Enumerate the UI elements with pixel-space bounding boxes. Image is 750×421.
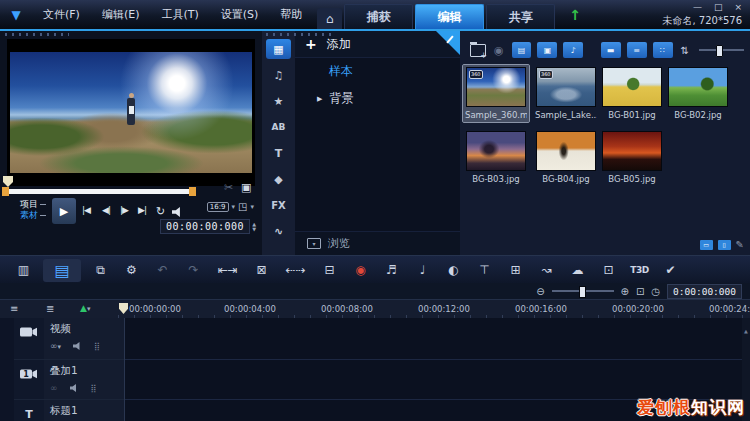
aspect-ratio-badge[interactable]: 16:9 xyxy=(207,202,229,212)
menu-file[interactable]: 文件(F) xyxy=(32,5,91,24)
overlay-track-icon[interactable]: 1 xyxy=(14,360,44,400)
split-screen-button[interactable]: ⊞ xyxy=(500,263,531,277)
track-grid-icon[interactable]: ⣿ xyxy=(94,342,100,351)
record-disc-icon[interactable]: ◉ xyxy=(494,44,504,57)
link-icon[interactable]: ∞▾ xyxy=(50,341,61,351)
library-item[interactable]: BG-B01.jpg xyxy=(601,67,663,120)
close-button[interactable]: × xyxy=(734,2,742,12)
undo-button[interactable]: ↶ xyxy=(147,263,178,277)
pane-view-button[interactable]: ▬ xyxy=(601,42,621,58)
thumbnail-view-button[interactable]: ∷ xyxy=(653,42,673,58)
overlay-track-lane[interactable] xyxy=(125,360,742,400)
track-motion-button[interactable]: ⊡ xyxy=(593,263,624,277)
timecode-spinner[interactable]: ▲▼ xyxy=(252,222,256,232)
redo-button[interactable]: ↷ xyxy=(178,263,209,277)
nav-filter-icon[interactable]: FX xyxy=(266,195,291,215)
timeline-ruler[interactable]: 00:00:00:00 00:00:04:00 00:00:08:00 00:0… xyxy=(118,300,750,319)
go-end-button[interactable]: ▶| xyxy=(138,205,146,215)
minimize-button[interactable]: — xyxy=(693,2,702,12)
sound-mixer-button[interactable]: ♬ xyxy=(376,263,407,277)
filter-photos-button[interactable]: ▣ xyxy=(537,42,557,58)
capture-frame-icon[interactable]: ▣ xyxy=(241,181,251,194)
add-track-icon[interactable]: ≣ xyxy=(46,303,54,314)
library-item[interactable]: BG-B03.jpg xyxy=(465,131,527,184)
zoom-in-icon[interactable]: ⊕ xyxy=(621,286,629,297)
clock-icon[interactable]: ◷ xyxy=(651,286,660,297)
nav-transition-icon[interactable]: AB xyxy=(266,117,291,137)
export-frame-button[interactable]: ⊠ xyxy=(246,263,277,277)
thumbnail-bg-b04[interactable] xyxy=(536,131,596,171)
tab-capture[interactable]: 捕获 xyxy=(344,4,413,29)
split-clip-button[interactable]: ⇠⇢ xyxy=(277,263,314,277)
tab-edit[interactable]: 编辑 xyxy=(415,4,484,29)
mode-clip[interactable]: 素材 xyxy=(20,210,46,221)
pan-zoom-button[interactable]: ✔ xyxy=(655,263,686,277)
link-icon[interactable]: ∞ xyxy=(50,383,58,393)
menu-tools[interactable]: 工具(T) xyxy=(150,5,209,24)
menu-settings[interactable]: 设置(S) xyxy=(210,5,270,24)
playhead-marker[interactable] xyxy=(119,303,128,314)
timeline-zoom-slider[interactable] xyxy=(552,290,614,292)
preview-video[interactable] xyxy=(7,39,255,186)
mode-project[interactable]: 项目 xyxy=(20,199,46,210)
storyboard-view-button[interactable]: ▥ xyxy=(8,263,39,277)
enlarge-dropdown-icon[interactable]: ▾ xyxy=(250,203,254,211)
thumbnail-sample-360[interactable]: 360 xyxy=(466,67,526,107)
expander-icon[interactable]: ▶ xyxy=(317,95,322,103)
filter-videos-button[interactable]: ▤ xyxy=(512,42,532,58)
track-header-overlay[interactable]: 叠加1 ∞ ⣿ xyxy=(44,360,124,400)
timeline-view-button[interactable]: ▤ xyxy=(43,259,81,282)
motion-tracking-button[interactable]: ↝ xyxy=(531,263,562,277)
thumbnail-bg-b03[interactable] xyxy=(466,131,526,171)
copy-button[interactable]: ⧉ xyxy=(85,263,116,277)
repeat-button[interactable]: ↻ xyxy=(156,205,165,218)
auto-music-button[interactable]: ♩ xyxy=(407,263,438,277)
nav-graphics-icon[interactable]: ◆ xyxy=(266,169,291,189)
nav-motion-path-icon[interactable]: ∿ xyxy=(266,221,291,241)
trim-button[interactable]: ⊟ xyxy=(314,263,345,277)
video-track-lane[interactable] xyxy=(125,318,742,360)
video-track-icon[interactable] xyxy=(14,318,44,360)
library-item[interactable]: 360 Sample_360.m... xyxy=(463,65,529,122)
tools-button[interactable]: ⚙ xyxy=(116,263,147,277)
screen-record-button[interactable]: ◉ xyxy=(345,263,376,277)
library-item[interactable]: BG-B02.jpg xyxy=(667,67,729,120)
filter-audio-button[interactable]: ♪ xyxy=(563,42,583,58)
maximize-button[interactable]: □ xyxy=(714,2,723,12)
category-sample[interactable]: 样本 xyxy=(295,58,460,85)
split-clip-icon[interactable]: ✂ xyxy=(224,181,233,194)
3d-title-button[interactable]: T3D xyxy=(624,265,655,275)
play-button[interactable]: ▶ xyxy=(52,198,76,224)
fit-timeline-icon[interactable]: ⊡ xyxy=(636,286,644,297)
pin-icon[interactable] xyxy=(436,31,460,55)
home-icon[interactable]: ⌂ xyxy=(317,8,342,29)
thumbnail-bg-b01[interactable] xyxy=(602,67,662,107)
upload-arrow-icon[interactable]: ↑ xyxy=(569,7,581,23)
library-item[interactable]: BG-B05.jpg xyxy=(601,131,663,184)
browse-bar[interactable]: ▾ 浏览 xyxy=(295,231,460,255)
edit-pencil-icon[interactable]: ✎ xyxy=(736,239,744,250)
volume-icon[interactable] xyxy=(172,207,183,217)
go-start-button[interactable]: |◀ xyxy=(82,205,90,215)
library-item[interactable]: 360 Sample_Lake... xyxy=(535,67,597,120)
dual-display-icon[interactable]: ▭ xyxy=(700,240,713,250)
nav-media-icon[interactable]: ▦ xyxy=(266,39,291,59)
nav-title-icon[interactable]: T xyxy=(266,143,291,163)
enlarge-preview-icon[interactable]: ◳ xyxy=(238,201,247,212)
nav-instant-project-icon[interactable]: ★ xyxy=(266,91,291,111)
scroll-up-icon[interactable]: ▲ xyxy=(744,328,748,334)
category-background[interactable]: ▶ 背景 xyxy=(295,85,460,112)
next-frame-button[interactable]: |▶ xyxy=(120,205,128,215)
sort-icon[interactable]: ⇅ xyxy=(681,45,689,56)
zoom-out-icon[interactable]: ⊖ xyxy=(536,286,544,297)
mute-icon[interactable] xyxy=(73,342,82,350)
thumbnail-sample-lake[interactable]: 360 xyxy=(536,67,596,107)
chapter-marker-icon[interactable]: ▲▾ xyxy=(80,303,90,313)
list-view-button[interactable]: ≡ xyxy=(627,42,647,58)
blended-clips-button[interactable]: ◐ xyxy=(438,263,469,277)
dual-pane-icon[interactable]: ▯ xyxy=(718,240,731,250)
menu-edit[interactable]: 编辑(E) xyxy=(91,5,151,24)
thumbnail-bg-b02[interactable] xyxy=(668,67,728,107)
subtitle-editor-button[interactable]: ⊤ xyxy=(469,263,500,277)
aspect-dropdown-icon[interactable]: ▾ xyxy=(232,203,236,211)
